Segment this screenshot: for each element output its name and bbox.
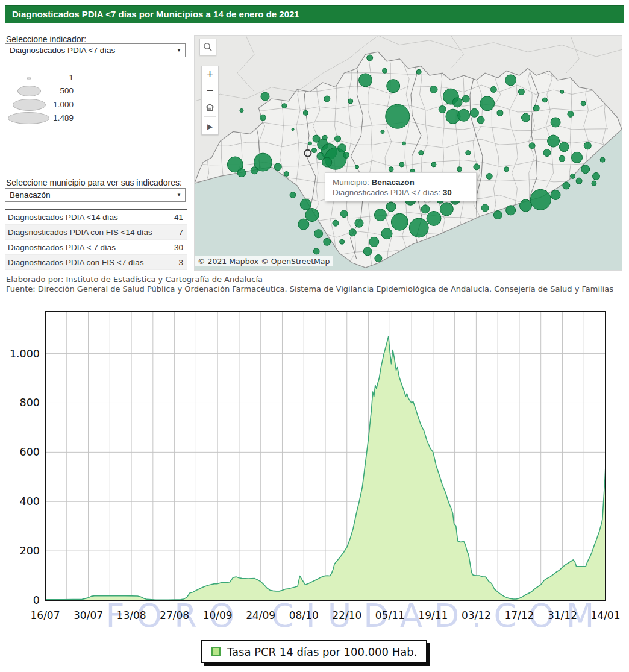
municipality-bubble[interactable] (518, 89, 524, 95)
indicator-row[interactable]: Diagsnosticados PDIA con FIS <14 días7 (5, 225, 187, 240)
selected-municipality-marker[interactable] (304, 150, 311, 157)
municipality-bubble[interactable] (240, 108, 243, 112)
map-attribution[interactable]: © 2021 Mapbox © OpenStreetMap (195, 256, 333, 266)
municipality-bubble[interactable] (551, 190, 560, 200)
zoom-out-button[interactable]: − (202, 83, 218, 99)
municipality-bubble[interactable] (592, 181, 596, 186)
municipality-bubble[interactable] (470, 108, 478, 117)
municipality-bubble[interactable] (333, 220, 339, 226)
municipality-bubble[interactable] (409, 218, 428, 237)
municipio-dropdown[interactable]: Benacazón ▼ (5, 188, 186, 202)
municipality-bubble[interactable] (430, 86, 437, 93)
municipality-bubble[interactable] (458, 109, 470, 121)
municipality-bubble[interactable] (317, 152, 324, 160)
municipality-bubble[interactable] (548, 135, 560, 147)
municipality-bubble[interactable] (452, 98, 462, 107)
indicator-row[interactable]: Diagnosticados PDIA <14 días41 (5, 210, 187, 225)
zoom-in-button[interactable]: + (202, 66, 218, 83)
municipality-bubble[interactable] (490, 86, 496, 92)
municipality-bubble[interactable] (313, 248, 319, 254)
municipality-bubble[interactable] (474, 164, 480, 170)
municipality-bubble[interactable] (480, 96, 495, 111)
municipality-bubble[interactable] (359, 74, 372, 87)
municipality-bubble[interactable] (300, 199, 311, 210)
municipality-bubble[interactable] (348, 99, 353, 104)
municipality-bubble[interactable] (349, 229, 356, 236)
municipality-bubble[interactable] (551, 118, 560, 127)
map-container[interactable]: + − ▶ Municipio: Benacazón Diagnosticado… (194, 35, 622, 271)
municipality-bubble[interactable] (481, 204, 489, 212)
municipality-bubble[interactable] (560, 90, 564, 93)
municipality-bubble[interactable] (466, 151, 471, 155)
municipality-bubble[interactable] (402, 142, 405, 145)
municipality-bubble[interactable] (274, 163, 281, 171)
municipality-bubble[interactable] (391, 213, 408, 230)
municipality-bubble[interactable] (355, 219, 363, 227)
municipality-bubble[interactable] (576, 178, 582, 184)
municipality-bubble[interactable] (387, 80, 400, 93)
indicator-dropdown-value[interactable]: Diagnosticados PDIA <7 días (5, 43, 186, 57)
municipality-bubble[interactable] (386, 104, 410, 128)
municipality-bubble[interactable] (340, 239, 345, 244)
municipality-bubble[interactable] (581, 165, 590, 174)
municipality-bubble[interactable] (543, 149, 551, 157)
municipality-bubble[interactable] (533, 105, 539, 111)
municipality-bubble[interactable] (355, 165, 358, 169)
home-button[interactable] (202, 99, 218, 115)
municipality-bubble[interactable] (486, 173, 492, 179)
municipality-bubble[interactable] (314, 230, 323, 238)
municipality-bubble[interactable] (419, 151, 424, 155)
municipality-bubble[interactable] (290, 192, 296, 198)
municipality-bubble[interactable] (477, 116, 484, 124)
municipality-bubble[interactable] (381, 130, 384, 133)
municipality-bubble[interactable] (504, 167, 509, 172)
municipality-bubble[interactable] (237, 169, 246, 177)
municipality-bubble[interactable] (568, 111, 574, 117)
municipality-bubble[interactable] (457, 167, 462, 172)
municipality-bubble[interactable] (338, 144, 346, 152)
municipality-bubble[interactable] (374, 209, 386, 221)
municipality-bubble[interactable] (282, 104, 287, 108)
municipality-bubble[interactable] (559, 142, 569, 152)
municipality-bubble[interactable] (519, 199, 531, 212)
municipality-bubble[interactable] (399, 162, 404, 167)
indicator-dropdown[interactable]: Diagnosticados PDIA <7 días ▼ (5, 43, 186, 57)
municipality-bubble[interactable] (298, 219, 309, 230)
municipality-bubble[interactable] (521, 113, 530, 122)
municipality-bubble[interactable] (493, 211, 502, 219)
municipality-bubble[interactable] (363, 247, 372, 256)
municipality-bubble[interactable] (559, 155, 565, 162)
municipality-bubble[interactable] (529, 143, 535, 149)
municipality-bubble[interactable] (251, 167, 258, 174)
municipality-bubble[interactable] (383, 68, 387, 73)
municipality-bubble[interactable] (563, 182, 570, 189)
map-search-button[interactable] (199, 39, 216, 55)
municipality-bubble[interactable] (369, 237, 379, 247)
municipality-bubble[interactable] (572, 152, 583, 163)
municipality-bubble[interactable] (427, 211, 441, 225)
municipality-bubble[interactable] (367, 55, 373, 61)
municipality-bubble[interactable] (416, 69, 421, 74)
municipality-bubble[interactable] (305, 209, 319, 222)
andalucia-map[interactable] (195, 36, 622, 270)
municipality-bubble[interactable] (303, 110, 308, 115)
municipality-bubble[interactable] (375, 255, 382, 262)
municipality-bubble[interactable] (343, 152, 349, 158)
municipality-bubble[interactable] (335, 136, 341, 142)
pan-right-button[interactable]: ▶ (202, 118, 218, 134)
municipality-bubble[interactable] (381, 228, 392, 239)
municipality-bubble[interactable] (440, 203, 453, 216)
municipality-bubble[interactable] (284, 172, 289, 177)
municipality-bubble[interactable] (505, 75, 516, 86)
municipality-bubble[interactable] (497, 110, 503, 116)
municipality-bubble[interactable] (462, 95, 469, 102)
municipality-bubble[interactable] (261, 92, 269, 101)
municipality-bubble[interactable] (324, 238, 331, 245)
indicator-row[interactable]: Diagnosticados PDIA con FIS <7 días3 (5, 255, 187, 270)
municipality-bubble[interactable] (439, 106, 446, 113)
municipality-bubble[interactable] (421, 205, 430, 213)
municipality-bubble[interactable] (322, 157, 332, 167)
municipality-bubble[interactable] (570, 174, 575, 178)
municipality-bubble[interactable] (506, 206, 516, 215)
municipality-bubble[interactable] (584, 142, 591, 149)
